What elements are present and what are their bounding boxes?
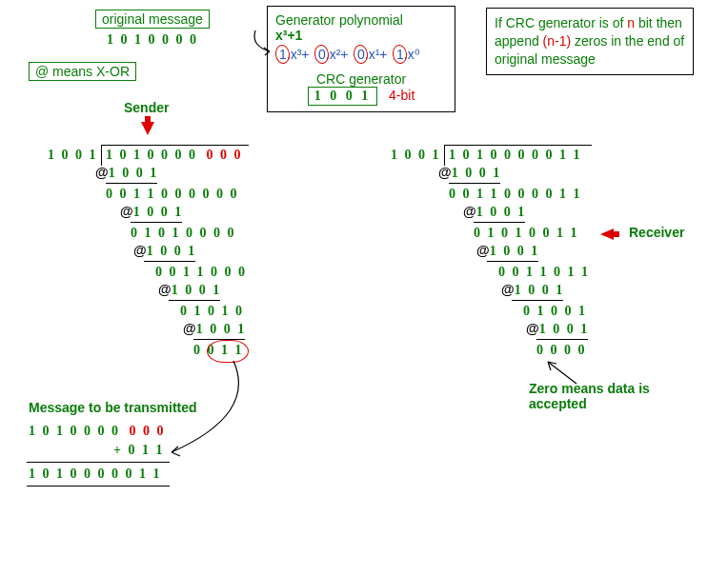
original-message-block: original message 1 0 1 0 0 0 0 xyxy=(95,10,210,48)
sender-label: Sender xyxy=(124,100,169,115)
s-step5: @1 0 0 1 xyxy=(183,321,246,337)
r-xor5: 1 0 0 1 xyxy=(539,322,590,336)
s-step1: @1 0 0 1 xyxy=(95,165,158,181)
original-message-bits: 1 0 1 0 0 0 0 xyxy=(95,32,210,48)
term-2: .x¹+ xyxy=(365,47,388,62)
tx-result: 1 0 1 0 0 0 0 0 1 1 xyxy=(29,467,162,482)
crc-gen-label: CRC generator xyxy=(275,71,447,87)
r-step5: @1 0 0 1 xyxy=(526,321,589,337)
append-rule-box: If CRC generator is of n bit then append… xyxy=(486,8,694,75)
tx-label: Message to be transmitted xyxy=(29,400,197,415)
rule-pre: If CRC generator is of xyxy=(495,15,627,30)
sender-dividend: 1 0 1 0 0 0 0 0 0 0 xyxy=(106,148,243,163)
r-step2: @1 0 0 1 xyxy=(463,204,526,220)
generator-poly-label: Generator polynomial xyxy=(275,12,447,28)
tx-line1-main: 1 0 1 0 0 0 0 xyxy=(29,424,120,438)
sender-dividend-main: 1 0 1 0 0 0 0 xyxy=(106,148,197,162)
receiver-divisor: 1 0 0 1 xyxy=(391,148,441,163)
receiver-label: Receiver xyxy=(629,225,684,240)
tx-line1-pad: 0 0 0 xyxy=(130,424,166,438)
generator-box: Generator polynomial x³+1 1.x³+ 0.x²+ 0.… xyxy=(267,6,455,112)
s-line3: 0 1 0 1 0 0 0 0 xyxy=(131,226,236,241)
term-0: .x³+ xyxy=(287,47,310,62)
term-1: .x²+ xyxy=(326,47,349,62)
s-line2: 0 0 1 1 0 0 0 0 0 0 xyxy=(106,187,239,202)
s-xor2: 1 0 0 1 xyxy=(133,205,184,219)
r-line5: 0 1 0 0 1 xyxy=(523,304,587,319)
zero-note: Zero means data is accepted xyxy=(529,381,681,411)
s-step4: @1 0 0 1 xyxy=(158,282,221,298)
s-xor3: 1 0 0 1 xyxy=(147,244,197,258)
r-line2: 0 0 1 1 0 0 0 0 1 1 xyxy=(449,187,582,202)
xor-legend: @ means X-OR xyxy=(29,62,136,81)
r-line3: 0 1 0 1 0 0 1 1 xyxy=(474,226,579,241)
r-xor4: 1 0 0 1 xyxy=(515,283,565,297)
rule-n: n xyxy=(627,15,635,30)
original-message-label: original message xyxy=(95,10,210,29)
s-line5: 0 1 0 1 0 xyxy=(180,304,244,319)
s-xor5: 1 0 0 1 xyxy=(196,322,247,336)
r-xor1: 1 0 0 1 xyxy=(452,166,502,180)
generator-poly-expr: x³+1 xyxy=(275,28,447,43)
s-step2: @1 0 0 1 xyxy=(120,204,183,220)
crc-gen-bits: 1 0 0 1 xyxy=(308,87,378,106)
receiver-dividend: 1 0 1 0 0 0 0 0 1 1 xyxy=(449,148,582,163)
sender-dividend-pad: 0 0 0 xyxy=(207,148,243,162)
generator-expanded: 1.x³+ 0.x²+ 0.x¹+ 1.x⁰ xyxy=(275,47,447,66)
r-xor2: 1 0 0 1 xyxy=(476,205,527,219)
rule-n1: (n-1) xyxy=(543,33,572,49)
r-remainder: 0 0 0 0 xyxy=(536,343,587,358)
arrow-left-icon xyxy=(600,228,614,240)
sender-divisor: 1 0 0 1 xyxy=(48,148,98,163)
r-xor3: 1 0 0 1 xyxy=(490,244,540,258)
arrow-down-icon xyxy=(141,122,154,135)
s-xor4: 1 0 0 1 xyxy=(172,283,222,297)
r-line4: 0 0 1 1 0 1 1 xyxy=(498,265,590,280)
r-step4: @1 0 0 1 xyxy=(501,282,564,298)
s-step3: @1 0 0 1 xyxy=(133,243,196,259)
crc-gen-bitcount: 4-bit xyxy=(389,88,415,103)
remainder-circle-icon xyxy=(207,340,249,363)
tx-line2: + 0 1 1 xyxy=(113,443,164,458)
r-step3: @1 0 0 1 xyxy=(476,243,539,259)
s-line4: 0 0 1 1 0 0 0 xyxy=(155,265,247,280)
r-step1: @1 0 0 1 xyxy=(438,165,501,181)
s-xor1: 1 0 0 1 xyxy=(109,166,159,180)
tx-line1: 1 0 1 0 0 0 0 0 0 0 xyxy=(29,424,166,439)
